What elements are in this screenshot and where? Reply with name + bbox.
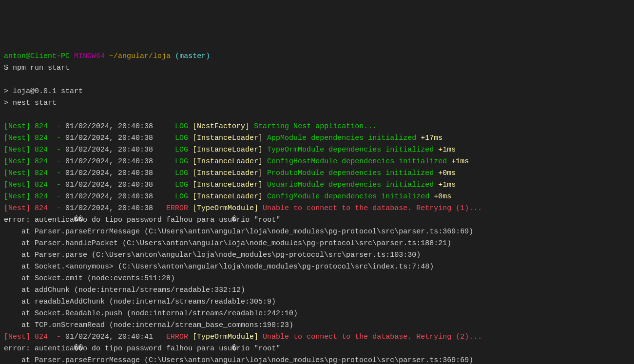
log-level: LOG <box>153 192 192 201</box>
log-level: LOG <box>153 157 192 166</box>
log-date: 01/02/2024, 20:40:38 <box>65 192 153 201</box>
log-prefix: [Nest] 824 - <box>4 134 65 142</box>
prompt-mingw: MINGW64 <box>74 52 105 60</box>
log-prefix: [Nest] 824 - <box>4 192 65 201</box>
log-message: Starting Nest application... <box>250 122 377 131</box>
log-time: +0ms <box>438 169 456 177</box>
log-prefix: [Nest] 824 - <box>4 122 65 131</box>
log-date: 01/02/2024, 20:40:38 <box>65 146 153 154</box>
prompt-branch: (master) <box>175 52 210 60</box>
log-message: AppModule dependencies initialized <box>263 134 421 142</box>
log-level: LOG <box>153 134 192 142</box>
error-stack-1: error: autentica��o do tipo password fal… <box>4 216 473 329</box>
log-message: TypeOrmModule dependencies initialized <box>263 146 438 154</box>
prompt-path: ~/angular/loja <box>109 52 171 60</box>
log-date: 01/02/2024, 20:40:38 <box>65 134 153 142</box>
log-level: LOG <box>153 146 192 154</box>
log-context: [InstanceLoader] <box>192 192 263 201</box>
log-prefix: [Nest] 824 - <box>4 146 65 154</box>
log-context: [InstanceLoader] <box>192 181 263 189</box>
terminal-output[interactable]: anton@Client-PC MINGW64 ~/angular/loja (… <box>4 51 630 364</box>
prompt-line: anton@Client-PC MINGW64 ~/angular/loja (… <box>4 52 210 60</box>
log-context: [InstanceLoader] <box>192 146 263 154</box>
nest-log-retry2: [Nest] 824 - 01/02/2024, 20:40:41 ERROR … <box>4 333 482 341</box>
log-message: ProdutoModule dependencies initialized <box>263 169 438 177</box>
npm-output: > loja@0.0.1 start > nest start <box>4 87 83 107</box>
log-context: [InstanceLoader] <box>192 157 263 166</box>
log-message: ConfigHostModule dependencies initialize… <box>263 157 451 166</box>
log-level: LOG <box>153 169 192 177</box>
log-context: [NestFactory] <box>192 122 250 131</box>
log-message: UsuarioModule dependencies initialized <box>263 181 438 189</box>
log-prefix: [Nest] 824 - <box>4 181 65 189</box>
log-date: 01/02/2024, 20:40:38 <box>65 157 153 166</box>
log-prefix: [Nest] 824 - <box>4 157 65 166</box>
log-date: 01/02/2024, 20:40:38 <box>65 122 153 131</box>
log-level: ERROR <box>153 204 192 212</box>
log-time: +1ms <box>438 146 456 154</box>
log-message: ConfigModule dependencies initialized <box>263 192 434 201</box>
log-prefix: [Nest] 824 - <box>4 169 65 177</box>
log-context: [TypeOrmModule] <box>192 204 258 212</box>
log-level: LOG <box>153 181 192 189</box>
log-prefix: [Nest] 824 - <box>4 204 65 212</box>
error-stack-2: error: autentica��o do tipo password fal… <box>4 345 473 364</box>
log-date: 01/02/2024, 20:40:38 <box>65 181 153 189</box>
log-context: [InstanceLoader] <box>192 169 263 177</box>
command-line: $ npm run start <box>4 64 70 72</box>
prompt-user: anton@Client-PC <box>4 52 70 60</box>
log-time: +1ms <box>451 157 469 166</box>
log-date: 01/02/2024, 20:40:38 <box>65 169 153 177</box>
log-date: 01/02/2024, 20:40:38 <box>65 204 153 212</box>
log-context: [InstanceLoader] <box>192 134 263 142</box>
log-time: +1ms <box>438 181 456 189</box>
log-time: +0ms <box>434 192 451 201</box>
log-level: LOG <box>153 122 192 131</box>
log-message: Unable to connect to the database. Retry… <box>258 204 482 212</box>
log-time: +17ms <box>421 134 442 142</box>
nest-log-lines: [Nest] 824 - 01/02/2024, 20:40:38 LOG [N… <box>4 121 630 214</box>
